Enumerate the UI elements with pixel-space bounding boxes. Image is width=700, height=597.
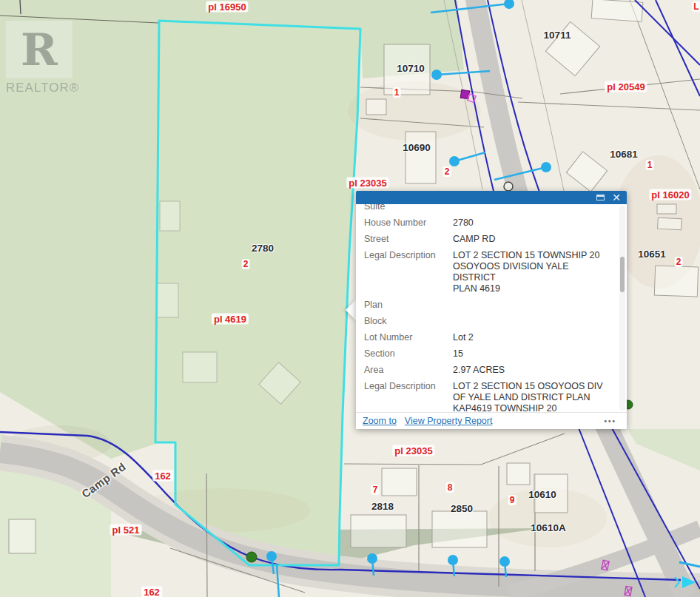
field-value: CAMP RD (453, 234, 604, 245)
field-label: Lot Number (364, 332, 453, 343)
field-value: LOT 2 SECTION 15 TOWNSHIP 20 OSOYOOS DIV… (453, 250, 604, 294)
field-value: 2780 (453, 217, 604, 229)
realtor-wordmark: REALTOR® (6, 81, 78, 95)
field-label: Street (364, 234, 453, 245)
field-label: Section (364, 348, 453, 360)
field-value: 2.97 ACRES (453, 365, 604, 376)
field-value (453, 204, 604, 212)
field-label: Legal Description (364, 250, 453, 294)
popup-field-row: Plan (364, 300, 627, 311)
realtor-logo: R (6, 21, 73, 78)
maximize-icon (596, 195, 605, 200)
field-label: Plan (364, 300, 453, 311)
popup-field-row: Area2.97 ACRES (364, 365, 627, 376)
popup-field-row: Lot NumberLot 2 (364, 332, 627, 343)
popup-field-row: Legal DescriptionLOT 2 SECTION 15 TOWNSH… (364, 250, 627, 294)
realtor-r-glyph: R (21, 27, 58, 72)
more-options-button[interactable]: ••• (604, 417, 616, 425)
close-button[interactable]: ✕ (612, 193, 621, 203)
popup-field-row: Suite (364, 204, 627, 212)
zoom-to-link[interactable]: Zoom to (363, 416, 397, 426)
maximize-button[interactable] (596, 193, 605, 203)
manhole-icon (504, 182, 513, 191)
popup-field-row: StreetCAMP RD (364, 234, 627, 245)
field-label: Area (364, 365, 453, 376)
popup-body[interactable]: SuiteHouse Number2780StreetCAMP RDLegal … (356, 204, 627, 412)
scrollbar-track[interactable] (619, 206, 625, 411)
field-label: Legal Description (364, 381, 453, 412)
popup-field-row: Section15 (364, 348, 627, 360)
popup-field-row: Block (364, 316, 627, 327)
field-value (453, 316, 604, 327)
popup-titlebar: ✕ (356, 191, 627, 204)
field-value: Lot 2 (453, 332, 604, 343)
close-icon: ✕ (612, 192, 621, 203)
realtor-watermark: R REALTOR® (6, 21, 78, 95)
popup-fields: SuiteHouse Number2780StreetCAMP RDLegal … (364, 204, 627, 412)
popup-field-row: House Number2780 (364, 217, 627, 229)
field-label: Block (364, 316, 453, 327)
field-value: LOT 2 SECTION 15 OSOYOOS DIV OF YALE LAN… (453, 381, 604, 412)
popup-pointer (346, 300, 356, 320)
field-value: 15 (453, 348, 604, 360)
field-label: House Number (364, 217, 453, 229)
scrollbar-thumb[interactable] (620, 257, 625, 292)
map-viewport[interactable]: R REALTOR® pl 16950pl 23035pl 20549pl 16… (0, 0, 700, 597)
popup-footer: Zoom to View Property Report ••• (356, 412, 627, 429)
view-property-report-link[interactable]: View Property Report (405, 416, 493, 426)
field-label: Suite (364, 204, 453, 212)
popup-field-row: Legal DescriptionLOT 2 SECTION 15 OSOYOO… (364, 381, 627, 412)
property-info-popup: ✕ SuiteHouse Number2780StreetCAMP RDLega… (356, 191, 627, 429)
field-value (453, 300, 604, 311)
